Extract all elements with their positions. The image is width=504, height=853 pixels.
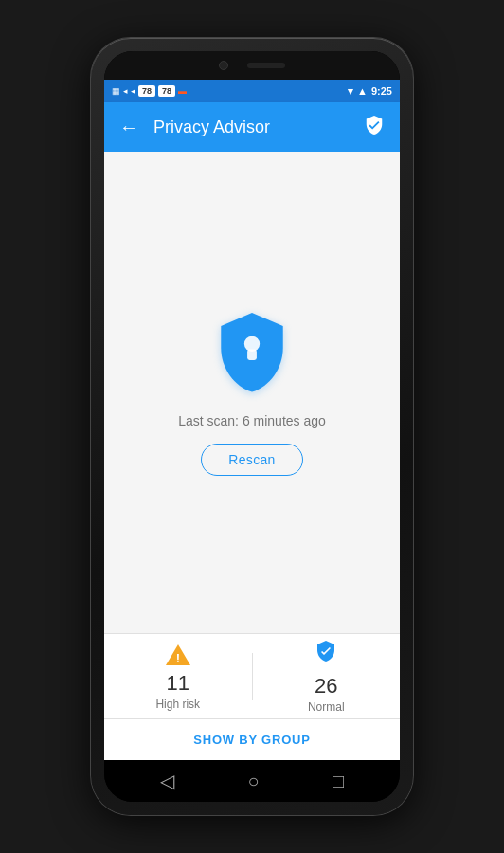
back-button[interactable]: ←: [119, 117, 138, 138]
svg-text:!: !: [176, 651, 180, 665]
notification-icon-3: ◂: [131, 86, 135, 96]
high-risk-count: 11: [167, 673, 189, 694]
battery-label-1: 78: [138, 85, 155, 97]
status-left-icons: ▦ ◂ ◂ 78 78 ▬: [112, 85, 187, 97]
normal-label: Normal: [308, 700, 345, 714]
last-scan-label: Last scan: 6 minutes ago: [178, 413, 326, 428]
security-status-icon: [209, 309, 295, 398]
shield-section: Last scan: 6 minutes ago Rescan: [104, 152, 400, 633]
phone-screen: ▦ ◂ ◂ 78 78 ▬ ▾ ▲ 9:25 ← Privacy Advisor: [104, 51, 400, 802]
normal-stat: 26 Normal: [253, 640, 401, 714]
show-by-group-label: SHOW BY GROUP: [193, 733, 311, 747]
warning-icon: !: [164, 643, 192, 667]
svg-point-0: [244, 336, 260, 352]
charging-indicator: ▬: [178, 86, 187, 96]
main-content: Last scan: 6 minutes ago Rescan ! 11 Hig…: [104, 152, 400, 760]
normal-shield-icon: [313, 640, 339, 670]
show-by-group-button[interactable]: SHOW BY GROUP: [104, 718, 400, 760]
signal-icon: ▲: [357, 85, 368, 97]
nav-back-button[interactable]: ◁: [153, 762, 182, 800]
rescan-button[interactable]: Rescan: [201, 444, 302, 476]
status-right-icons: ▾ ▲ 9:25: [348, 85, 392, 98]
normal-count: 26: [315, 676, 337, 697]
phone-device: ▦ ◂ ◂ 78 78 ▬ ▾ ▲ 9:25 ← Privacy Advisor: [91, 38, 413, 815]
navigation-bar: ◁ ○ □: [104, 760, 400, 802]
notification-icon-2: ◂: [123, 86, 128, 96]
stats-section: ! 11 High risk: [104, 633, 400, 718]
status-bar: ▦ ◂ ◂ 78 78 ▬ ▾ ▲ 9:25: [104, 80, 400, 102]
high-risk-label: High risk: [155, 698, 200, 711]
battery-label-2: 78: [158, 85, 175, 97]
front-camera: [219, 61, 228, 70]
security-shield-icon[interactable]: [364, 115, 385, 140]
wifi-icon: ▾: [348, 85, 353, 98]
nav-home-button[interactable]: ○: [240, 763, 266, 800]
nav-recents-button[interactable]: □: [325, 763, 351, 800]
time-display: 9:25: [371, 85, 392, 97]
high-risk-stat: ! 11 High risk: [104, 643, 252, 711]
phone-top-hardware: [104, 51, 400, 80]
earpiece-speaker: [247, 63, 285, 68]
page-title: Privacy Advisor: [153, 118, 349, 137]
svg-rect-1: [247, 350, 257, 360]
notification-icon-1: ▦: [112, 86, 120, 96]
app-bar: ← Privacy Advisor: [104, 102, 400, 152]
